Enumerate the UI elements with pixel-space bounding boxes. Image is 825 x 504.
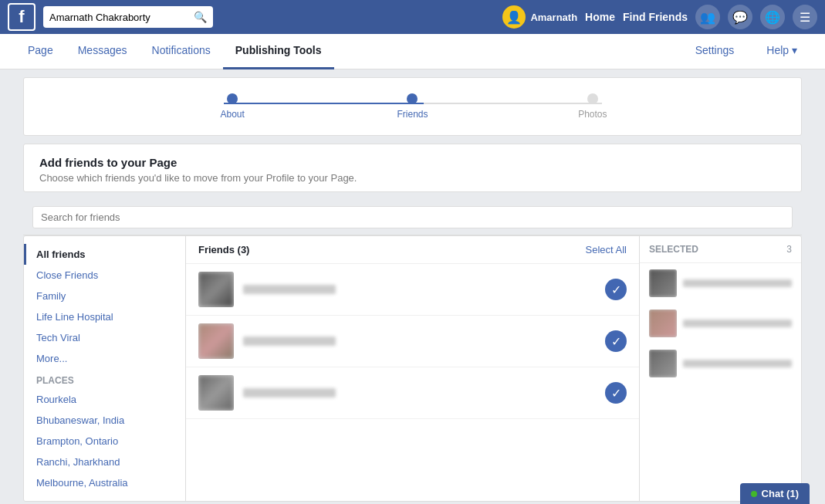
sec-nav-right: Settings Help ▾ [683,34,810,69]
selected-item-1 [640,263,801,303]
friends-panel-wrapper: All friends Close Friends Family Life Li… [23,200,802,502]
friend-avatar-1 [198,272,234,307]
select-all-button[interactable]: Select All [586,244,627,255]
friend-avatar-3 [198,375,234,411]
friend-check-3[interactable]: ✓ [605,382,627,404]
search-friends-bar [23,200,802,235]
chat-label: Chat (1) [762,488,799,499]
secondary-navigation: Page Messages Notifications Publishing T… [0,34,825,69]
help-tab[interactable]: Help ▾ [754,34,810,69]
step-circle-photos [587,93,598,104]
friends-count-label: Friends (3) [198,244,249,255]
search-icon[interactable]: 🔍 [194,11,207,23]
filter-melbourne[interactable]: Melbourne, Australia [24,472,185,493]
friends-center-panel: Friends (3) Select All ✓ [186,236,639,501]
filter-tech-viral[interactable]: Tech Viral [24,327,185,348]
selected-panel: SELECTED 3 [639,236,801,501]
selected-avatar-2 [649,310,677,337]
selected-avatar-1 [649,269,677,297]
top-navigation: f 🔍 👤 Amarnath Home Find Friends 👥 💬 🌐 ☰ [0,0,825,34]
home-link[interactable]: Home [585,11,615,23]
step-circle-friends [407,93,418,104]
nav-page-tab[interactable]: Page [15,34,66,69]
friend-check-2[interactable]: ✓ [605,330,627,352]
friend-avatar-2 [198,323,234,359]
wizard-step-about: About [143,93,323,120]
selected-item-2 [640,303,801,343]
search-bar-container: 🔍 [43,6,213,28]
add-friends-title: Add friends to your Page [39,156,786,169]
settings-menu-icon[interactable]: ☰ [793,5,817,29]
chat-bubble[interactable]: Chat (1) [740,483,810,504]
friend-item-2[interactable]: ✓ [186,316,639,367]
friend-check-1[interactable]: ✓ [605,279,627,300]
user-avatar-icon: 👤 [502,5,526,29]
add-friends-section: Add friends to your Page Choose which fr… [23,144,802,192]
filter-close-friends[interactable]: Close Friends [24,265,185,286]
friend-name-1 [243,285,605,294]
search-friends-input[interactable] [32,206,793,228]
selected-item-3 [640,343,801,384]
filter-bhubaneswar[interactable]: Bhubaneswar, India [24,410,185,431]
notifications-icon[interactable]: 🌐 [760,5,785,29]
selected-avatar-3 [649,350,677,377]
friend-item-1[interactable]: ✓ [186,264,639,316]
wizard-step-photos: Photos [502,93,682,120]
nav-notifications-tab[interactable]: Notifications [140,34,223,69]
friends-left-panel: All friends Close Friends Family Life Li… [24,236,186,501]
filter-rourkela[interactable]: Rourkela [24,389,185,410]
filter-ranchi[interactable]: Ranchi, Jharkhand [24,452,185,472]
user-name-label: Amarnath [530,12,577,23]
chat-online-dot [751,491,757,497]
filter-brampton[interactable]: Brampton, Ontario [24,431,185,452]
main-content: About Friends Photos Add friends to your… [0,69,825,504]
settings-tab[interactable]: Settings [683,34,747,69]
wizard-step-friends: Friends [323,93,502,120]
wizard-container: About Friends Photos [23,77,802,136]
step-label-photos: Photos [578,109,607,120]
friend-name-3 [243,388,605,397]
step-label-friends: Friends [397,109,428,120]
search-input[interactable] [49,12,189,23]
selected-name-2 [683,320,792,327]
messages-icon[interactable]: 💬 [728,5,752,29]
facebook-logo: f [8,3,36,31]
friends-requests-icon[interactable]: 👥 [695,5,720,29]
user-profile-nav[interactable]: 👤 Amarnath [502,5,577,29]
selected-panel-header: SELECTED 3 [640,236,801,263]
find-friends-link[interactable]: Find Friends [623,11,688,23]
selected-name-3 [683,360,792,367]
step-label-about: About [220,109,244,120]
selected-label: SELECTED [649,244,698,255]
nav-publishing-tools-tab[interactable]: Publishing Tools [223,34,334,69]
nav-messages-tab[interactable]: Messages [66,34,140,69]
places-section-title: Places [24,369,185,389]
filter-family[interactable]: Family [24,286,185,306]
nav-right-section: 👤 Amarnath Home Find Friends 👥 💬 🌐 ☰ [502,5,817,29]
wizard-steps: About Friends Photos [143,93,683,120]
add-friends-desc: Choose which friends you'd like to move … [39,172,786,184]
selected-name-1 [683,279,792,287]
step-circle-about [227,93,238,104]
center-panel-header: Friends (3) Select All [186,236,639,264]
filter-life-line-hospital[interactable]: Life Line Hospital [24,306,185,327]
selected-count: 3 [786,244,792,255]
filter-all-friends[interactable]: All friends [24,244,185,265]
friend-item-3[interactable]: ✓ [186,367,639,419]
filter-more[interactable]: More... [24,348,185,369]
friends-panel: All friends Close Friends Family Life Li… [23,235,802,502]
friend-name-2 [243,337,605,346]
